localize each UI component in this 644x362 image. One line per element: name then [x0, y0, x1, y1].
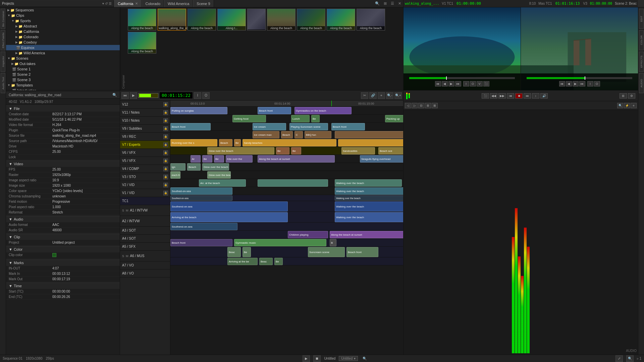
clip-getting-food[interactable]: Getting food [232, 115, 266, 122]
tree-item-wild-america[interactable]: ▶ 📁 Wild America [6, 50, 120, 56]
rec-mark-out-btn[interactable]: O [594, 81, 600, 86]
rec-step-back-btn[interactable]: ⏮ [559, 81, 565, 86]
clip-walking-tc[interactable]: Walking over the beach [335, 195, 403, 201]
track-v10-lock-btn[interactable]: 🔒 [163, 118, 168, 123]
status-zoom-btn[interactable]: 🔍 [626, 355, 634, 362]
track-v8-lock-btn[interactable]: 🔒 [163, 134, 168, 139]
tab-wild-america[interactable]: Wild America [164, 0, 193, 7]
clip-beach-sce-v7[interactable]: Beach sce [378, 147, 403, 155]
track-v1-lock-btn[interactable]: 🔒 [163, 191, 168, 195]
inspector-search-btn[interactable]: 🔍 [112, 93, 117, 97]
tree-item-scene3[interactable]: 🎬 Scene 3 [6, 77, 120, 82]
inspector-section-file-header[interactable]: ▼ File [6, 105, 120, 112]
tab-california-close[interactable]: ✕ [135, 2, 138, 5]
clip-arriving-a2[interactable]: Arriving at the beach [170, 212, 288, 222]
clip-v3-mid[interactable] [258, 179, 328, 187]
clip-beach-front-a5[interactable]: Beach front [170, 239, 232, 246]
mon-ctrl-btn-3[interactable]: ▶▶ [498, 93, 506, 99]
mon-row2-btn-3[interactable]: ⊟ [418, 103, 424, 108]
clip-arriving-a7[interactable]: Arriving at the be [227, 258, 258, 265]
side-tab-edit[interactable]: EDIT [639, 9, 644, 29]
src-step-back-btn[interactable]: ⏮ [435, 81, 441, 86]
status-play-btn[interactable]: ▶ [303, 355, 310, 362]
clip-along-sunset-a4[interactable]: Along the beach at sunset [330, 231, 403, 238]
clip-ice-cream-man[interactable]: Ice cream man [253, 131, 279, 138]
clip-v8-long[interactable] [338, 139, 403, 146]
clip-be-v6[interactable]: Be [202, 155, 212, 163]
clip-glow-v5[interactable]: Glow over the beach [202, 163, 229, 171]
clip-putting-on-sunglas[interactable]: Putting on sunglas [170, 107, 227, 114]
rec-mark-in-btn[interactable]: I [587, 81, 593, 86]
clip-walking-a2[interactable]: Walking over the beach [335, 212, 403, 222]
tl-mark-out-btn[interactable]: O [202, 92, 210, 99]
track-v9-lock-btn[interactable]: 🔒 [163, 126, 168, 131]
side-tab-audio[interactable]: Audio Tool [1, 73, 5, 93]
track-v6-lock-btn[interactable]: 🔒 [163, 150, 168, 155]
inspector-section-time-header[interactable]: ▼ Time [6, 283, 120, 289]
tracks-main[interactable]: 00:01:13:0 00:01:14:00 00:01:15:00 00:01… [170, 101, 403, 355]
clip-be-v8[interactable]: Be [234, 139, 241, 146]
clip-ice-cream-v10[interactable]: Ice cream [253, 123, 286, 130]
clip-ign-v5[interactable]: ign [170, 163, 185, 171]
clip-thumb-3[interactable]: Along the beach [187, 9, 216, 31]
clip-running-over[interactable]: Running over the s [170, 139, 217, 146]
clip-thumb-6[interactable]: Along the beach [267, 9, 296, 31]
src-fwd-btn[interactable]: ⏭ [455, 81, 461, 86]
side-tab-audio-r[interactable]: AUDIO [639, 73, 644, 93]
bin-options-btn[interactable]: ☰ [109, 2, 112, 5]
src-splice-btn[interactable]: V [477, 81, 483, 86]
side-tab-inspector[interactable]: Inspector [1, 52, 5, 72]
track-v7-lock-btn[interactable]: 🔒 [163, 142, 168, 147]
tl-snap-btn[interactable]: ⌖ [378, 92, 385, 99]
inspector-section-video-header[interactable]: ▼ Video [6, 161, 120, 167]
mon-ctrl-btn-10[interactable]: ⚙ [628, 93, 635, 99]
clip-beach-v5[interactable]: Beach [187, 163, 201, 171]
mon-row2-btn-7[interactable]: ⚡ [624, 103, 630, 108]
clip-beach-v8[interactable]: Beach [219, 139, 232, 146]
clip-lunch[interactable]: Lunch [291, 115, 310, 122]
clip-gymnastic-a5[interactable]: Gymnastic music [234, 239, 326, 246]
src-mark-out-btn[interactable]: O [470, 81, 476, 86]
clip-beac-a7[interactable]: Beac [259, 258, 273, 265]
clip-southed-tc[interactable]: Southed-on-sea [170, 195, 232, 201]
clip-thumb-10[interactable]: Along the beach [128, 32, 156, 54]
clip-beach-front-a6[interactable]: Beach front [346, 247, 378, 257]
bin-menu-btn[interactable]: ▾ [102, 2, 104, 5]
clip-thumb-1[interactable]: Along the beach [128, 9, 156, 31]
track-v2-lock-btn[interactable]: 🔒 [163, 183, 168, 187]
clip-be-a7[interactable]: Be [274, 258, 283, 265]
bin-close-btn[interactable]: ✕ [396, 1, 403, 6]
tree-item-clips[interactable]: ▼ 📁 Clips [6, 13, 120, 18]
tl-play-btn[interactable]: ▶ [130, 92, 137, 99]
status-project-dropdown[interactable]: Untitled ▾ [339, 356, 358, 361]
tree-item-colorado[interactable]: ▶ 📁 Colorado [6, 34, 120, 40]
clip-southend-a1[interactable]: Southend-on-sea [170, 201, 288, 212]
tree-item-cowboy[interactable]: ▶ 📁 Cowboy [6, 40, 120, 45]
clip-glow-v4[interactable]: Glow over the beach [207, 171, 231, 179]
clip-gymnastics[interactable]: Gymnastics on the beach [294, 107, 352, 114]
mon-ctrl-btn-9[interactable]: ⊞ [620, 93, 627, 99]
rec-fwd-btn[interactable]: ⏭ [579, 81, 585, 86]
clip-glow-beach-v7[interactable]: Glow over the beach [207, 147, 274, 155]
sync-btn-a1[interactable]: S [122, 209, 124, 212]
bin-list-toggle[interactable]: ☰ [389, 1, 396, 6]
track-v12-lock-btn[interactable]: 🔒 [163, 102, 168, 107]
clip-seagulls[interactable]: Seagulls flying overhead [360, 155, 403, 163]
tl-mark-in-btn[interactable]: I [194, 92, 201, 99]
mon-ctrl-btn-6[interactable]: ⏭ [524, 93, 531, 99]
mon-row2-btn-1[interactable]: ◁ [405, 103, 411, 108]
tl-link-btn[interactable]: 🔗 [369, 92, 377, 99]
mon-ctrl-btn-8[interactable]: 🔊 [540, 93, 548, 99]
clip-beach-v9[interactable]: Beach [281, 131, 293, 138]
clip-be2-v6[interactable]: Be [214, 155, 224, 163]
clip-be-v11[interactable]: Be [311, 115, 320, 122]
clip-each-fro-v4[interactable]: each fro [170, 171, 180, 179]
clip-southed-v2[interactable]: Southed-on-sea [170, 187, 232, 195]
tree-item-abstract[interactable]: ▶ 📁 Abstract [6, 23, 120, 29]
side-tab-effects[interactable]: EFFECTS [639, 52, 644, 72]
track-v5-lock-btn[interactable]: 🔒 [163, 159, 168, 163]
inspector-section-color-header[interactable]: ▼ Color [6, 246, 120, 252]
tree-item-templates[interactable]: ▼ 📁 Templates [6, 82, 120, 88]
clip-walking-beach-v3[interactable]: Walking over the beach [335, 179, 402, 187]
side-tab-color[interactable]: COLOR [639, 30, 644, 50]
